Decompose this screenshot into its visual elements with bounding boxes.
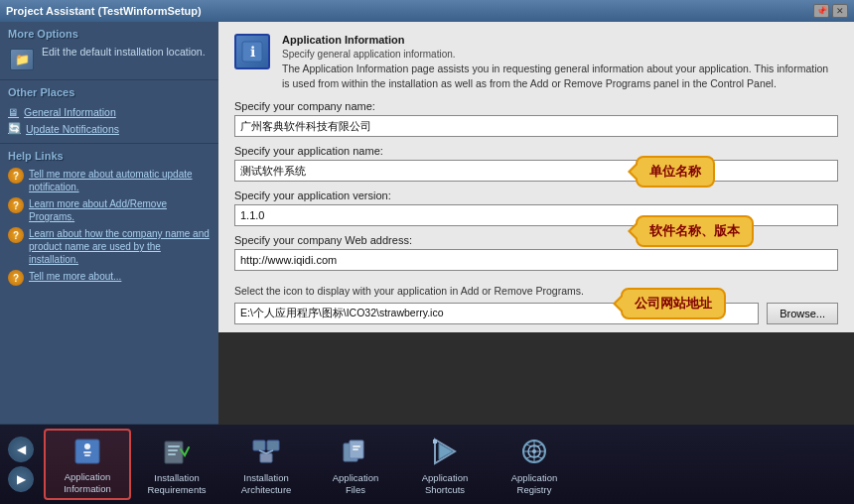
nav-label-install-arch: Installation Architecture <box>241 472 292 495</box>
sidebar-item-update-notifications[interactable]: 🔄 Update Notifications <box>8 120 211 137</box>
sidebar-other-places: Other Places 🖥 General Information 🔄 Upd… <box>0 80 218 144</box>
svg-text:ℹ: ℹ <box>250 44 255 60</box>
app-registry-nav-icon <box>516 434 552 469</box>
svg-rect-9 <box>168 453 176 455</box>
nav-label-install-req: Installation Requirements <box>147 472 206 495</box>
browse-button[interactable]: Browse... <box>767 303 838 324</box>
app-name-input[interactable] <box>234 160 838 182</box>
help-link-2[interactable]: ? Learn more about Add/Remove Programs. <box>8 197 211 223</box>
svg-rect-18 <box>353 448 358 450</box>
help-text-4[interactable]: Tell me more about... <box>29 270 121 283</box>
svg-marker-21 <box>433 440 437 443</box>
more-options-body: 📁 Edit the default installation location… <box>8 46 211 73</box>
svg-rect-11 <box>267 441 279 450</box>
svg-rect-4 <box>83 451 91 453</box>
svg-rect-5 <box>84 454 90 456</box>
content-wrapper: ℹ Application Information Specify genera… <box>218 22 854 425</box>
pin-button[interactable]: 📌 <box>813 4 829 18</box>
title-bar: Project Assistant (TestWinformSetup) 📌 ✕ <box>0 0 854 22</box>
app-version-label: Specify your application version: <box>234 189 838 201</box>
company-name-section: Specify your company name: <box>234 100 838 137</box>
bubble-app-name: 软件名称、版本 <box>636 215 754 247</box>
web-address-input[interactable] <box>234 249 838 271</box>
update-icon: 🔄 <box>8 122 21 135</box>
content-area: ℹ Application Information Specify genera… <box>218 22 854 332</box>
bottom-nav: ◀ ▶ Application Information Installatio <box>0 425 854 504</box>
icon-label: Select the icon to display with your app… <box>234 285 838 299</box>
help-link-3[interactable]: ? Learn about how the company name and p… <box>8 227 211 266</box>
main-container: More Options 📁 Edit the default installa… <box>0 22 854 425</box>
nav-item-application-shortcuts[interactable]: Application Shortcuts <box>401 429 489 500</box>
general-info-icon: 🖥 <box>8 106 19 118</box>
update-label: Update Notifications <box>26 123 119 135</box>
nav-label-app-shortcuts: Application Shortcuts <box>422 472 468 495</box>
help-icon-2: ? <box>8 197 24 213</box>
other-places-title: Other Places <box>8 86 211 98</box>
svg-rect-12 <box>260 453 272 462</box>
nav-label-app-registry: Application Registry <box>511 472 557 495</box>
help-text-1[interactable]: Tell me more about automatic update noti… <box>29 168 211 193</box>
icon-row: Browse... <box>234 303 838 324</box>
general-info-label: General Information <box>24 106 116 118</box>
app-name-section: Specify your application name: <box>234 145 838 182</box>
svg-rect-8 <box>168 449 178 451</box>
help-icon-3: ? <box>8 227 24 243</box>
nav-item-installation-requirements[interactable]: Installation Requirements <box>133 429 220 500</box>
nav-label-app-files: Application Files <box>333 472 378 495</box>
app-shortcuts-nav-icon <box>427 434 463 469</box>
nav-item-application-files[interactable]: Application Files <box>312 429 399 500</box>
title-buttons[interactable]: 📌 ✕ <box>813 4 848 18</box>
nav-forward-button[interactable]: ▶ <box>8 466 34 492</box>
nav-back-button[interactable]: ◀ <box>8 437 34 462</box>
nav-item-application-registry[interactable]: Application Registry <box>491 429 578 500</box>
title-text: Project Assistant (TestWinformSetup) <box>6 5 813 17</box>
svg-rect-7 <box>168 445 180 447</box>
nav-item-application-information[interactable]: Application Information <box>44 429 131 500</box>
app-name-label: Specify your application name: <box>234 145 838 157</box>
header-title: Application Information <box>282 34 838 46</box>
header-subtitle: Specify general application information. <box>282 49 838 60</box>
icon-section: Select the icon to display with your app… <box>234 285 838 324</box>
sidebar: More Options 📁 Edit the default installa… <box>0 22 218 425</box>
content-header: ℹ Application Information Specify genera… <box>234 34 838 90</box>
svg-point-3 <box>84 443 90 449</box>
bubble-web-address: 公司网站地址 <box>621 288 726 319</box>
sidebar-item-general-information[interactable]: 🖥 General Information <box>8 104 211 120</box>
install-arch-nav-icon <box>248 434 284 469</box>
company-name-label: Specify your company name: <box>234 100 838 112</box>
header-text: Application Information Specify general … <box>282 34 838 90</box>
help-link-4[interactable]: ? Tell me more about... <box>8 270 211 286</box>
help-link-1[interactable]: ? Tell me more about automatic update no… <box>8 168 211 193</box>
help-icon-1: ? <box>8 168 24 184</box>
folder-icon: 📁 <box>8 46 36 73</box>
header-description: The Application Information page assists… <box>282 62 838 90</box>
app-files-nav-icon <box>338 434 373 469</box>
company-name-input[interactable] <box>234 115 838 137</box>
app-info-icon: ℹ <box>234 34 270 69</box>
install-req-nav-icon <box>159 434 195 469</box>
close-button[interactable]: ✕ <box>832 4 848 18</box>
help-text-2[interactable]: Learn more about Add/Remove Programs. <box>29 197 211 223</box>
nav-controls: ◀ ▶ <box>8 437 34 492</box>
nav-label-app-info: Application Information <box>64 471 111 494</box>
bubble-company: 单位名称 <box>636 156 715 188</box>
help-icon-4: ? <box>8 270 24 286</box>
sidebar-help-links: Help Links ? Tell me more about automati… <box>0 144 218 425</box>
nav-item-installation-architecture[interactable]: Installation Architecture <box>222 429 310 500</box>
more-options-text: Edit the default installation location. <box>42 46 206 58</box>
more-options-title: More Options <box>8 28 211 40</box>
svg-rect-17 <box>353 445 360 447</box>
svg-rect-6 <box>165 441 183 463</box>
app-info-nav-icon <box>70 435 105 468</box>
help-links-title: Help Links <box>8 150 211 162</box>
sidebar-more-options: More Options 📁 Edit the default installa… <box>0 22 218 80</box>
svg-rect-10 <box>253 441 265 450</box>
help-text-3[interactable]: Learn about how the company name and pro… <box>29 227 211 266</box>
